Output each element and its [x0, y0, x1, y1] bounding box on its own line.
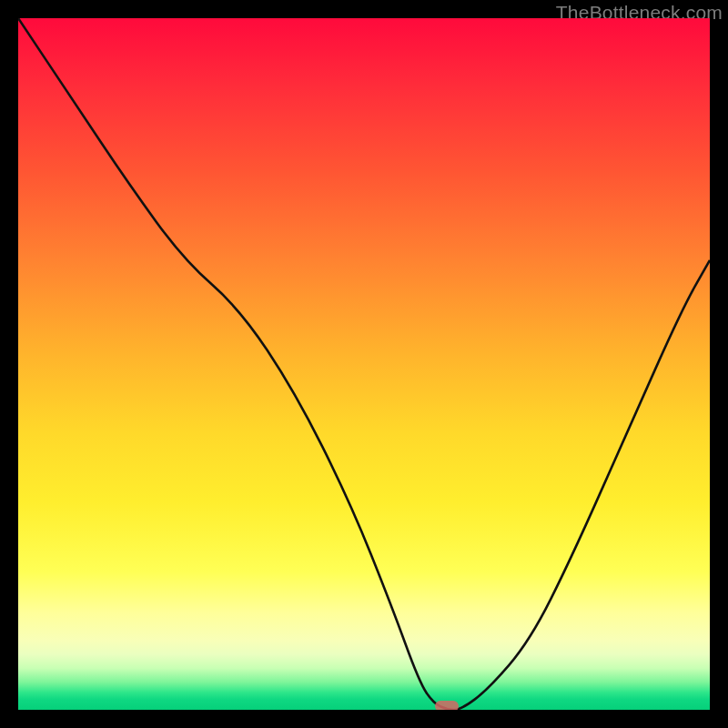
- chart-stage: TheBottleneck.com: [0, 0, 728, 728]
- heat-gradient: [18, 18, 710, 710]
- plot-area: [18, 18, 710, 710]
